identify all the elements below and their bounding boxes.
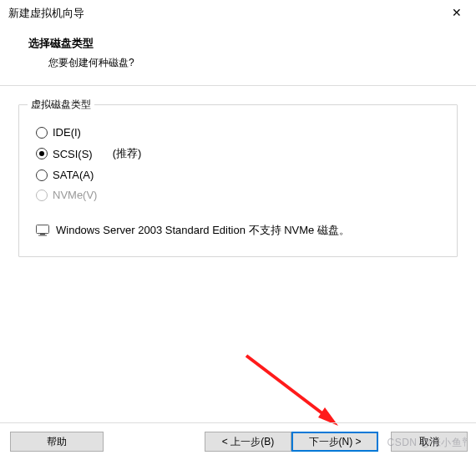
radio-label: SATA(A) — [53, 169, 94, 181]
radio-scsi[interactable]: SCSI(S) (推荐) — [36, 146, 445, 161]
radio-icon — [36, 169, 48, 181]
groupbox-legend: 虚拟磁盘类型 — [28, 98, 94, 112]
radio-label: NVMe(V) — [53, 189, 97, 201]
cancel-button[interactable]: 取消 — [391, 432, 468, 452]
radio-icon — [36, 148, 48, 159]
radio-icon — [36, 190, 48, 201]
info-text: Windows Server 2003 Standard Edition 不支持… — [56, 223, 350, 238]
radio-icon — [36, 127, 48, 139]
svg-rect-1 — [40, 234, 45, 235]
radio-sata[interactable]: SATA(A) — [36, 169, 445, 181]
back-button[interactable]: < 上一步(B) — [205, 432, 291, 452]
radio-label: SCSI(S) — [53, 148, 93, 160]
window-title: 新建虚拟机向导 — [8, 6, 84, 21]
radio-label: IDE(I) — [53, 126, 81, 139]
page-heading: 选择磁盘类型 — [28, 36, 476, 51]
disk-type-groupbox: 虚拟磁盘类型 IDE(I) SCSI(S) (推荐) SATA(A) NVMe(… — [18, 104, 458, 257]
svg-rect-2 — [38, 235, 47, 236]
svg-line-3 — [246, 356, 330, 419]
svg-rect-0 — [37, 225, 49, 234]
page-subheading: 您要创建何种磁盘? — [48, 56, 476, 70]
next-button[interactable]: 下一步(N) > — [291, 432, 378, 452]
radio-nvme: NVMe(V) — [36, 189, 445, 201]
close-icon[interactable]: ✕ — [438, 0, 476, 25]
help-button[interactable]: 帮助 — [10, 432, 104, 452]
radio-ide[interactable]: IDE(I) — [36, 126, 445, 139]
info-monitor-icon — [36, 225, 49, 236]
recommended-label: (推荐) — [113, 146, 142, 161]
